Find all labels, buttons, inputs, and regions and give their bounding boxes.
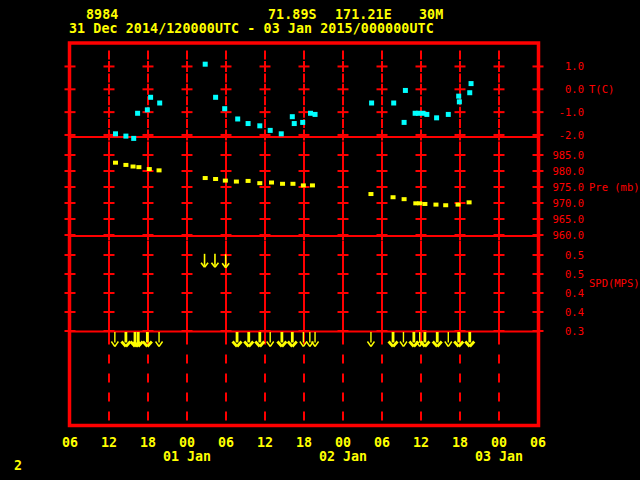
svg-text:0.5: 0.5 (565, 268, 584, 280)
svg-text:0.3: 0.3 (565, 325, 584, 337)
svg-text:0.4: 0.4 (565, 287, 584, 299)
svg-text:Pre (mb): Pre (mb) (589, 181, 640, 193)
svg-text:18: 18 (140, 435, 156, 450)
svg-text:980.0: 980.0 (552, 165, 584, 177)
svg-text:960.0: 960.0 (552, 229, 584, 241)
wind-direction-arrows (111, 332, 474, 347)
pressure-axis-labels: 985.0980.0975.0970.0965.0960.0 (552, 149, 584, 241)
axis-unit-labels: T(C)Pre (mb)SPD(MPS) (589, 83, 640, 289)
svg-text:06: 06 (530, 435, 546, 450)
svg-text:06: 06 (62, 435, 78, 450)
svg-text:SPD(MPS): SPD(MPS) (589, 277, 640, 289)
wind-speed-arrows (201, 254, 229, 268)
svg-text:975.0: 975.0 (552, 181, 584, 193)
svg-text:970.0: 970.0 (552, 197, 584, 209)
svg-text:0.4: 0.4 (565, 306, 584, 318)
svg-text:00: 00 (491, 435, 507, 450)
pressure-points (113, 161, 472, 208)
svg-text:00: 00 (335, 435, 351, 450)
temperature-points (113, 62, 474, 141)
svg-text:12: 12 (413, 435, 429, 450)
svg-text:0.5: 0.5 (565, 249, 584, 261)
temp-axis-labels: 1.00.0-1.0-2.0 (559, 60, 584, 140)
hour-labels: 06121800061218000612180006 (62, 435, 546, 450)
svg-text:1.0: 1.0 (565, 60, 584, 72)
svg-text:-1.0: -1.0 (559, 106, 584, 118)
svg-text:06: 06 (374, 435, 390, 450)
meteogram-screen: 8984 71.89S 171.21E 30M 31 Dec 2014/1200… (0, 0, 640, 480)
svg-text:T(C): T(C) (589, 83, 614, 95)
svg-text:12: 12 (101, 435, 117, 450)
svg-text:02 Jan: 02 Jan (319, 449, 367, 464)
svg-text:18: 18 (296, 435, 312, 450)
svg-text:12: 12 (257, 435, 273, 450)
date-labels: 01 Jan02 Jan03 Jan (163, 449, 523, 464)
svg-text:03 Jan: 03 Jan (475, 449, 523, 464)
svg-text:-2.0: -2.0 (559, 129, 584, 141)
svg-text:00: 00 (179, 435, 195, 450)
svg-text:18: 18 (452, 435, 468, 450)
svg-text:985.0: 985.0 (552, 149, 584, 161)
svg-text:06: 06 (218, 435, 234, 450)
svg-text:01 Jan: 01 Jan (163, 449, 211, 464)
svg-text:965.0: 965.0 (552, 213, 584, 225)
speed-axis-labels: 0.50.50.40.40.3 (565, 249, 584, 337)
svg-text:0.0: 0.0 (565, 83, 584, 95)
meteogram-chart: 1.00.0-1.0-2.0985.0980.0975.0970.0965.09… (0, 0, 640, 480)
